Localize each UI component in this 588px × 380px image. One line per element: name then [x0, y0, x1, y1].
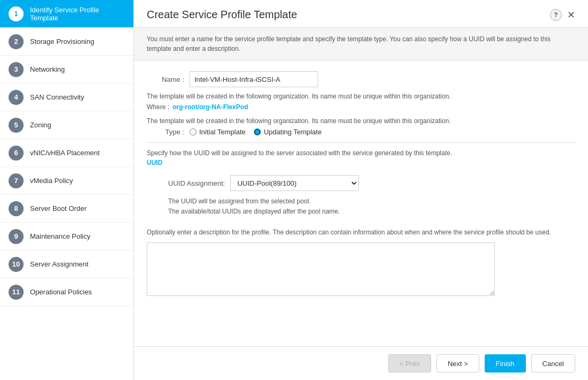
sidebar-item-san[interactable]: 4 SAN Connectivity — [0, 83, 133, 111]
content-area: Name : The template will be created in t… — [134, 60, 588, 346]
sidebar-item-boot[interactable]: 8 Server Boot Order — [0, 195, 133, 223]
sidebar-item-networking[interactable]: 3 Networking — [0, 56, 133, 83]
main-content: Create Service Profile Template ? ✕ You … — [134, 0, 588, 380]
where-label: Where : — [147, 103, 169, 111]
sidebar: 1 Identify Service Profile Template 2 St… — [0, 0, 134, 380]
where-value: org-root/org-NA-FlexPod — [172, 103, 248, 111]
prev-button[interactable]: < Prev — [388, 354, 431, 373]
uuid-note-line1: The UUID will be assigned from the selec… — [168, 196, 575, 207]
step-number-1: 1 — [9, 6, 24, 21]
sidebar-item-label-7: vMedia Policy — [30, 177, 73, 185]
cancel-button[interactable]: Cancel — [531, 354, 575, 373]
sidebar-item-storage[interactable]: 2 Storage Provisioning — [0, 28, 133, 56]
uuid-section-label: UUID — [147, 159, 575, 166]
dialog-header-icons: ? ✕ — [550, 9, 575, 21]
sidebar-item-label-8: Server Boot Order — [30, 204, 87, 212]
radio-initial-text: Initial Template — [199, 128, 245, 136]
step-number-3: 3 — [9, 62, 24, 77]
sidebar-item-vmedia[interactable]: 7 vMedia Policy — [0, 167, 133, 195]
name-row: Name : — [147, 71, 575, 87]
uuid-note-line2: The available/total UUIDs are displayed … — [168, 207, 575, 217]
radio-updating-label[interactable]: Updating Template — [254, 128, 321, 136]
uuid-assignment-label: UUID Assignment: — [168, 179, 225, 187]
footer: < Prev Next > Finish Cancel — [134, 346, 588, 380]
uuid-specify-text: Specify how the UUID will be assigned to… — [147, 149, 575, 157]
step-number-5: 5 — [9, 118, 24, 133]
uuid-assignment-row: UUID Assignment: UUID-Pool(89/100) UUID-… — [168, 175, 575, 191]
step-number-2: 2 — [9, 34, 24, 49]
type-info-text: The template will be created in the foll… — [147, 116, 575, 126]
sidebar-item-label-1: Identify Service Profile Template — [30, 6, 125, 22]
dialog-header: Create Service Profile Template ? ✕ — [134, 0, 588, 28]
step-number-6: 6 — [9, 146, 24, 161]
radio-initial-label[interactable]: Initial Template — [190, 128, 245, 136]
where-info-text: The template will be created in the foll… — [147, 92, 575, 101]
sidebar-item-zoning[interactable]: 5 Zoning — [0, 111, 133, 139]
radio-updating[interactable] — [254, 128, 261, 135]
sidebar-item-label-3: Networking — [30, 65, 65, 73]
close-button[interactable]: ✕ — [567, 9, 575, 21]
radio-updating-text: Updating Template — [263, 128, 321, 136]
type-row: Type : Initial Template Updating Templat… — [147, 128, 575, 136]
sidebar-item-vnic[interactable]: 6 vNIC/vHBA Placement — [0, 139, 133, 167]
uuid-note: The UUID will be assigned from the selec… — [168, 196, 575, 217]
type-label: Type : — [147, 128, 184, 136]
sidebar-item-maintenance[interactable]: 9 Maintenance Policy — [0, 223, 133, 250]
description-section: Optionally enter a description for the p… — [147, 227, 575, 298]
sidebar-item-label-10: Server Assignment — [30, 260, 88, 268]
finish-button[interactable]: Finish — [485, 354, 526, 373]
help-button[interactable]: ? — [550, 9, 562, 21]
step-number-7: 7 — [9, 173, 24, 188]
sidebar-item-server-assignment[interactable]: 10 Server Assignment — [0, 250, 133, 278]
description-text: Optionally enter a description for the p… — [147, 227, 575, 237]
info-banner: You must enter a name for the service pr… — [134, 28, 588, 60]
step-number-9: 9 — [9, 229, 24, 244]
sidebar-item-label-11: Operational Policies — [30, 288, 92, 296]
next-button[interactable]: Next > — [436, 354, 479, 373]
sidebar-item-label-2: Storage Provisioning — [30, 37, 94, 45]
radio-group: Initial Template Updating Template — [190, 128, 322, 136]
radio-initial[interactable] — [190, 128, 197, 135]
name-label: Name : — [147, 75, 184, 83]
name-input[interactable] — [190, 71, 318, 87]
sidebar-item-label-5: Zoning — [30, 121, 51, 129]
sidebar-item-label-6: vNIC/vHBA Placement — [30, 149, 100, 157]
dialog-title: Create Service Profile Template — [147, 9, 297, 21]
step-number-8: 8 — [9, 201, 24, 216]
where-row: Where : org-root/org-NA-FlexPod — [147, 103, 575, 111]
sidebar-item-label-9: Maintenance Policy — [30, 232, 91, 240]
step-number-11: 11 — [9, 285, 24, 300]
sidebar-item-label-4: SAN Connectivity — [30, 93, 84, 101]
description-textarea[interactable] — [147, 242, 495, 296]
sidebar-item-operational[interactable]: 11 Operational Policies — [0, 278, 133, 306]
uuid-assignment-dropdown[interactable]: UUID-Pool(89/100) UUID-Pool-2(10/50) har… — [230, 175, 359, 191]
uuid-section: Specify how the UUID will be assigned to… — [147, 142, 575, 217]
sidebar-item-identify[interactable]: 1 Identify Service Profile Template — [0, 0, 133, 28]
step-number-10: 10 — [9, 257, 24, 272]
step-number-4: 4 — [9, 90, 24, 105]
